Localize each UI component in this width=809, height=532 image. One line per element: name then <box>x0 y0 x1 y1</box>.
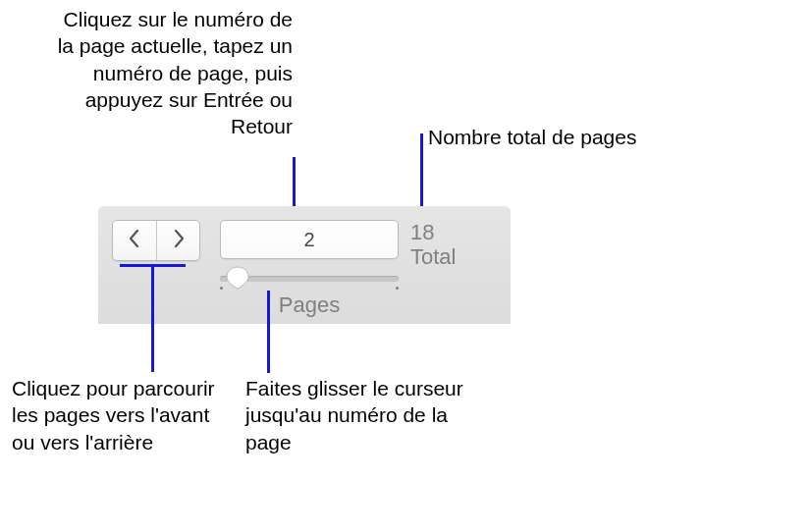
callout-nav-buttons: Cliquez pour parcourir les pages vers l'… <box>12 375 218 455</box>
callout-slider: Faites glisser le curseur jusqu'au numér… <box>245 375 481 455</box>
prev-page-button[interactable] <box>113 221 156 260</box>
next-page-button[interactable] <box>156 221 199 260</box>
slider-tick <box>396 287 399 290</box>
total-pages-block: 18 Total <box>410 220 456 270</box>
chevron-right-icon <box>172 229 186 252</box>
pages-label: Pages <box>220 293 399 318</box>
chevron-left-icon <box>128 229 141 252</box>
page-slider[interactable] <box>220 267 399 291</box>
slider-thumb[interactable] <box>226 266 249 290</box>
slider-tick <box>220 287 223 290</box>
current-page-input[interactable] <box>220 220 399 259</box>
total-pages-count: 18 <box>410 220 456 244</box>
callout-line-nav <box>151 264 154 372</box>
callout-total-pages: Nombre total de pages <box>428 124 636 150</box>
callout-page-input: Cliquez sur le numéro de la page actuell… <box>45 6 293 139</box>
total-pages-label: Total <box>410 244 456 269</box>
callout-line-slider <box>267 291 270 373</box>
nav-button-group <box>112 220 200 261</box>
